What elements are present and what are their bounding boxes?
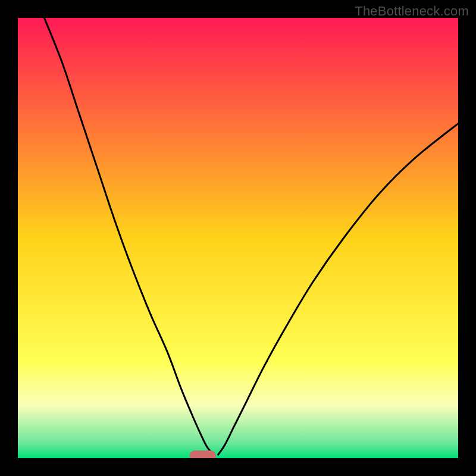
chart-svg [18, 18, 458, 458]
notch-marker [190, 450, 216, 458]
gradient-background [18, 18, 458, 458]
chart-frame: TheBottleneck.com [0, 0, 476, 476]
notch-rect [190, 450, 216, 458]
watermark-label: TheBottleneck.com [355, 4, 469, 19]
plot-area [18, 18, 458, 458]
